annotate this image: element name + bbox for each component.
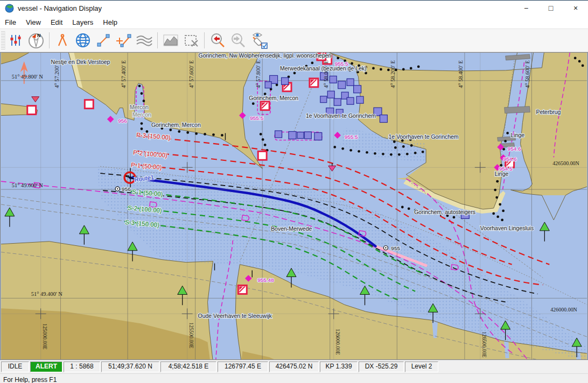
dividers-icon: [55, 33, 69, 47]
status-scale: 1 : 5868: [64, 361, 100, 372]
mooring-dot: [262, 138, 264, 141]
mooring-dot: [382, 153, 384, 155]
menu-view[interactable]: View: [21, 17, 46, 28]
moored-vessel-square: [265, 82, 271, 88]
menu-edit[interactable]: Edit: [46, 17, 67, 28]
longitude-label: 4° 57.400' E: [121, 60, 127, 88]
marker-label: 956: [122, 186, 131, 192]
latitude-label: 51° 49.600' N: [12, 182, 43, 188]
mooring-dot: [351, 62, 353, 65]
moored-vessel-square: [347, 79, 354, 86]
rd-easting-label: 125000.00E: [42, 323, 48, 349]
mooring-dot: [358, 150, 360, 153]
mooring-dot: [341, 147, 344, 150]
place-label: Voorhaven Lingesluis: [480, 225, 534, 231]
status-latitude: 51;49;37.620 N: [101, 361, 159, 372]
title-bar: vessel - Navigation Display − □ ×: [0, 1, 588, 16]
notice-board: [27, 106, 36, 115]
rd-easting-label: 125500.00E: [188, 322, 194, 348]
mooring-dot: [574, 57, 577, 60]
globe-button[interactable]: [73, 31, 93, 50]
nautical-chart[interactable]: 51° 49.800' N51° 49.600' N51° 49.400' N4…: [1, 53, 587, 359]
place-label: 1e Voorhaven te Gorinchem: [306, 113, 376, 119]
toolbar-separator: [49, 32, 50, 48]
zoom-next-button[interactable]: [228, 31, 248, 50]
add-line-button[interactable]: [114, 31, 134, 50]
latitude-label: 51° 49.800' N: [12, 74, 43, 80]
place-label: Merwedekanaal (bezuiden de Lek): [280, 66, 366, 72]
mooring-dot: [204, 133, 206, 136]
marker-label: 954.6: [503, 156, 517, 162]
maximize-button[interactable]: □: [538, 1, 563, 16]
moored-vessel-square: [338, 81, 346, 89]
mooring-dot: [365, 72, 367, 74]
moored-vessel-square: [334, 98, 341, 105]
menu-file[interactable]: File: [0, 17, 21, 28]
marker-label: 955.5: [250, 115, 263, 121]
window-title: vessel - Navigation Display: [18, 4, 102, 12]
marker-label: 954.6: [508, 146, 521, 152]
moored-vessel-square: [275, 131, 282, 138]
mooring-dot: [492, 212, 495, 215]
minimize-button[interactable]: −: [514, 1, 538, 16]
menu-help[interactable]: Help: [98, 17, 122, 28]
profile-chart-button[interactable]: [161, 31, 180, 50]
status-alert: ALERT: [30, 361, 62, 372]
toolbar-separator: [204, 32, 205, 48]
status-northing: 426475.02 N: [269, 361, 319, 372]
place-label: Mercon: [132, 112, 151, 118]
mooring-dot: [380, 68, 382, 71]
svg-text:N: N: [37, 33, 41, 38]
display-settings-icon: [9, 33, 23, 47]
measure-line-button[interactable]: [94, 31, 113, 50]
select-area-icon: [184, 33, 199, 47]
north-compass-button[interactable]: N: [26, 31, 46, 50]
zoom-previous-button[interactable]: [208, 31, 227, 50]
help-bar: For Help, press F1: [0, 373, 588, 383]
edit-visibility-button[interactable]: [249, 31, 268, 50]
north-compass-icon: N: [27, 32, 45, 49]
status-easting: 126797.45 E: [218, 361, 268, 372]
marker-label: 955: [391, 245, 400, 251]
mooring-dot: [293, 72, 296, 74]
toolbar-separator: [157, 32, 158, 48]
mooring-dot: [393, 140, 396, 143]
moored-vessel-square: [354, 86, 361, 93]
notice-board: [85, 100, 93, 109]
moored-vessel-square: [297, 132, 304, 138]
close-button[interactable]: ×: [563, 1, 588, 16]
mooring-dot: [406, 153, 409, 155]
mooring-dot: [387, 68, 390, 71]
zoom-next-icon: [230, 32, 246, 48]
mooring-dot: [582, 65, 584, 67]
mooring-dot: [408, 208, 410, 210]
status-mode: IDLE: [1, 361, 29, 372]
moored-vessel-square: [347, 97, 354, 104]
dividers-button[interactable]: [53, 31, 72, 50]
mooring-dot: [178, 130, 180, 133]
marker-label: 955.5: [345, 134, 358, 140]
display-settings-button[interactable]: [6, 31, 25, 50]
longitude-label: 4° 57.800' E: [255, 60, 261, 88]
place-label: Linge: [495, 171, 509, 177]
toolbar-grip[interactable]: [1, 31, 5, 49]
profile-chart-icon: [163, 33, 179, 47]
place-label: Gorinchem, autosteigers: [414, 209, 475, 215]
place-label: Linge: [511, 132, 525, 138]
chart-view[interactable]: 51° 49.800' N51° 49.600' N51° 49.400' N4…: [0, 52, 588, 360]
mooring-dot: [143, 100, 145, 102]
mooring-dot: [398, 153, 401, 156]
rd-northing-label: 426500.00N: [552, 160, 579, 166]
isolines-button[interactable]: [135, 31, 154, 50]
select-area-button[interactable]: [181, 31, 201, 50]
mooring-dot: [390, 153, 393, 156]
mooring-dot: [496, 180, 499, 183]
mooring-dot: [410, 144, 413, 147]
mooring-dot: [499, 203, 501, 206]
mooring-dot: [138, 84, 141, 87]
mooring-dot: [374, 152, 376, 155]
longitude-label: 4° 57.600' E: [188, 60, 194, 88]
moored-vessel-square: [282, 77, 289, 84]
menu-layers[interactable]: Layers: [67, 17, 98, 28]
mooring-dot: [414, 152, 417, 154]
